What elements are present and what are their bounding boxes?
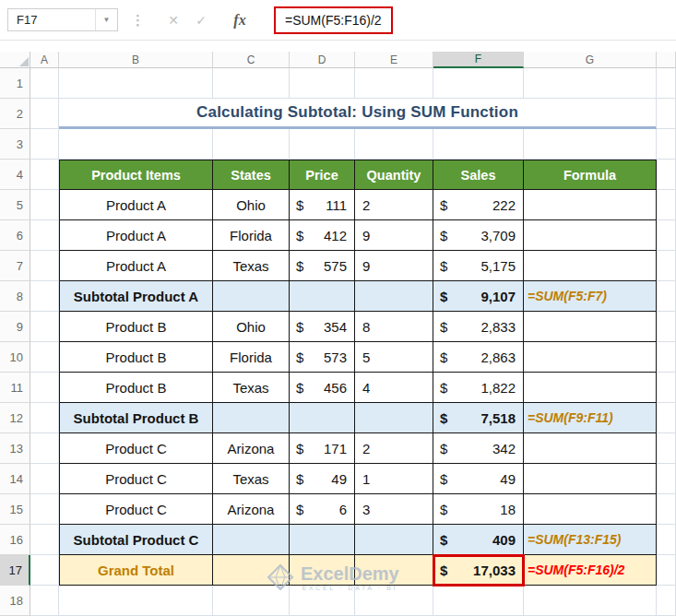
cell-C10[interactable]: Florida xyxy=(213,342,290,373)
cell-G14[interactable] xyxy=(524,464,657,494)
cell-D10[interactable]: $573 xyxy=(290,342,355,373)
cell-B6[interactable]: Product A xyxy=(59,220,213,251)
cell-A1[interactable] xyxy=(30,68,59,99)
cell-C7[interactable]: Texas xyxy=(213,251,290,281)
cell-A11[interactable] xyxy=(30,373,59,403)
row-header-5[interactable]: 5 xyxy=(0,190,30,220)
cell-G10[interactable] xyxy=(524,342,657,373)
cell-F13[interactable]: $342 xyxy=(433,433,524,464)
cell-A6[interactable] xyxy=(30,220,59,251)
cell-D8[interactable] xyxy=(290,281,355,312)
row-header-7[interactable]: 7 xyxy=(0,251,30,281)
cell-A12[interactable] xyxy=(30,403,59,433)
cell-B7[interactable]: Product A xyxy=(59,251,213,281)
cell-C14[interactable]: Texas xyxy=(213,464,290,494)
cell-B14[interactable]: Product C xyxy=(59,464,213,494)
worksheet-title[interactable]: Calculating Subtotal: Using SUM Function xyxy=(59,99,657,129)
cell-D1[interactable] xyxy=(290,68,355,99)
row-header-13[interactable]: 13 xyxy=(0,433,30,464)
cell-E12[interactable] xyxy=(355,403,433,433)
cell-C8[interactable] xyxy=(213,281,290,312)
cell-C18[interactable] xyxy=(213,586,290,616)
cell-G5[interactable] xyxy=(524,190,657,220)
cell-C6[interactable]: Florida xyxy=(213,220,290,251)
cell-C13[interactable]: Arizona xyxy=(213,433,290,464)
cell-D9[interactable]: $354 xyxy=(290,312,355,342)
cell-C4[interactable]: States xyxy=(213,160,290,190)
column-header-G[interactable]: G xyxy=(524,52,657,68)
row-header-4[interactable]: 4 xyxy=(0,160,30,190)
cell-E4[interactable]: Quantity xyxy=(355,160,433,190)
cell-C1[interactable] xyxy=(213,68,290,99)
column-header-D[interactable]: D xyxy=(290,52,355,68)
cell-B16[interactable]: Subtotal Product C xyxy=(59,525,213,555)
row-header-10[interactable]: 10 xyxy=(0,342,30,373)
row-header-17[interactable]: 17 xyxy=(0,555,30,586)
cell-B3[interactable] xyxy=(59,129,213,160)
row-header-18[interactable]: 18 xyxy=(0,586,30,616)
cell-G15[interactable] xyxy=(524,494,657,525)
cell-D17[interactable] xyxy=(290,555,355,586)
cell-B13[interactable]: Product C xyxy=(59,433,213,464)
cell-E18[interactable] xyxy=(355,586,433,616)
cell-A10[interactable] xyxy=(30,342,59,373)
cell-A17[interactable] xyxy=(30,555,59,586)
cell-D18[interactable] xyxy=(290,586,355,616)
cell-G11[interactable] xyxy=(524,373,657,403)
cell-G13[interactable] xyxy=(524,433,657,464)
cell-B12[interactable]: Subtotal Product B xyxy=(59,403,213,433)
cell-D5[interactable]: $111 xyxy=(290,190,355,220)
cell-A2[interactable] xyxy=(30,99,59,129)
cell-D15[interactable]: $6 xyxy=(290,494,355,525)
cell-A4[interactable] xyxy=(30,160,59,190)
cell-A13[interactable] xyxy=(30,433,59,464)
cell-A7[interactable] xyxy=(30,251,59,281)
cell-G3[interactable] xyxy=(524,129,657,160)
cell-C12[interactable] xyxy=(213,403,290,433)
cell-G17[interactable]: =SUM(F5:F16)/2 xyxy=(524,555,657,586)
cell-A3[interactable] xyxy=(30,129,59,160)
cell-E7[interactable]: 9 xyxy=(355,251,433,281)
cell-E5[interactable]: 2 xyxy=(355,190,433,220)
cell-E15[interactable]: 3 xyxy=(355,494,433,525)
cell-F11[interactable]: $1,822 xyxy=(433,373,524,403)
cell-C16[interactable] xyxy=(213,525,290,555)
cell-F6[interactable]: $3,709 xyxy=(433,220,524,251)
cell-F12[interactable]: $7,518 xyxy=(433,403,524,433)
cell-G1[interactable] xyxy=(524,68,657,99)
column-header-C[interactable]: C xyxy=(213,52,290,68)
column-header-E[interactable]: E xyxy=(355,52,433,68)
cell-E8[interactable] xyxy=(355,281,433,312)
cell-A8[interactable] xyxy=(30,281,59,312)
cell-F3[interactable] xyxy=(433,129,524,160)
cell-F16[interactable]: $409 xyxy=(433,525,524,555)
cell-F14[interactable]: $49 xyxy=(433,464,524,494)
cell-F8[interactable]: $9,107 xyxy=(433,281,524,312)
cell-F10[interactable]: $2,863 xyxy=(433,342,524,373)
cell-C15[interactable]: Arizona xyxy=(213,494,290,525)
cell-G8[interactable]: =SUM(F5:F7) xyxy=(524,281,657,312)
cell-D16[interactable] xyxy=(290,525,355,555)
cell-B15[interactable]: Product C xyxy=(59,494,213,525)
row-header-9[interactable]: 9 xyxy=(0,312,30,342)
cell-B10[interactable]: Product B xyxy=(59,342,213,373)
cancel-icon[interactable]: ✕ xyxy=(160,13,187,28)
row-header-14[interactable]: 14 xyxy=(0,464,30,494)
cell-F17[interactable]: $17,033 xyxy=(433,555,524,586)
cell-G9[interactable] xyxy=(524,312,657,342)
cell-G6[interactable] xyxy=(524,220,657,251)
cell-D12[interactable] xyxy=(290,403,355,433)
cell-A9[interactable] xyxy=(30,312,59,342)
cell-E17[interactable] xyxy=(355,555,433,586)
cell-D3[interactable] xyxy=(290,129,355,160)
cell-D11[interactable]: $456 xyxy=(290,373,355,403)
row-header-11[interactable]: 11 xyxy=(0,373,30,403)
cell-B9[interactable]: Product B xyxy=(59,312,213,342)
cell-E11[interactable]: 4 xyxy=(355,373,433,403)
cell-C11[interactable]: Texas xyxy=(213,373,290,403)
enter-icon[interactable]: ✓ xyxy=(187,13,215,28)
cell-B4[interactable]: Product Items xyxy=(59,160,213,190)
insert-function-icon[interactable]: fx xyxy=(226,12,254,29)
cell-A15[interactable] xyxy=(30,494,59,525)
cell-A14[interactable] xyxy=(30,464,59,494)
